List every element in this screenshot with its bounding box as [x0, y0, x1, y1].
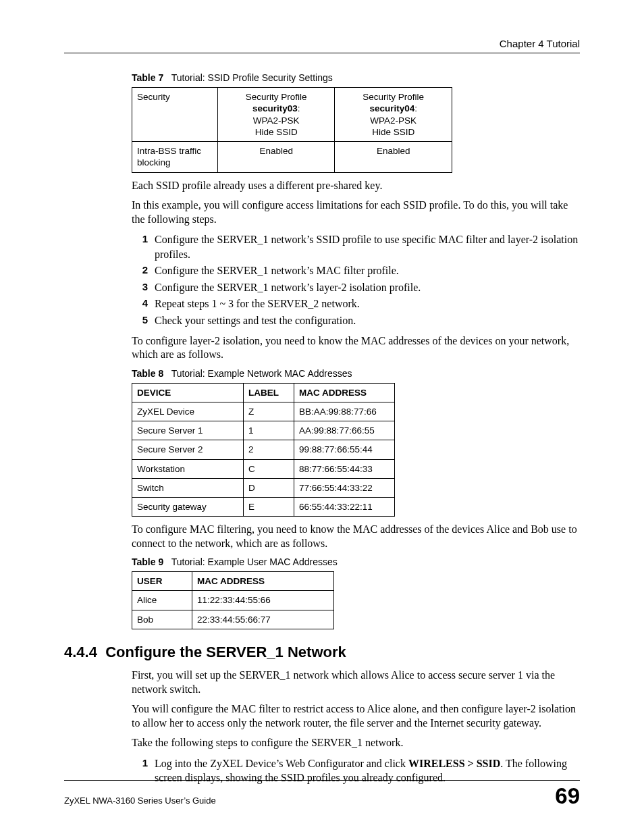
- col-header: LABEL: [244, 383, 294, 402]
- paragraph: In this example, you will configure acce…: [132, 199, 580, 226]
- table8-caption-title: Tutorial: Example Network MAC Addresses: [171, 368, 352, 379]
- paragraph: To configure layer-2 isolation, you need…: [132, 334, 580, 362]
- list-item: 1Configure the SERVER_1 network’s SSID p…: [132, 232, 580, 261]
- table8-caption-label: Table 8: [132, 368, 163, 379]
- steps-list-1: 1Configure the SERVER_1 network’s SSID p…: [132, 232, 580, 328]
- header-rule: [64, 53, 580, 53]
- table9-caption: Table 9 Tutorial: Example User MAC Addre…: [132, 556, 580, 569]
- table-row: ZyXEL DeviceZBB:AA:99:88:77:66: [132, 402, 395, 421]
- table-row: WorkstationC88:77:66:55:44:33: [132, 459, 395, 478]
- section-heading: 4.4.4 Configure the SERVER_1 Network: [64, 643, 580, 662]
- chapter-header: Chapter 4 Tutorial: [64, 37, 580, 50]
- cell: Enabled: [335, 142, 452, 173]
- page-number: 69: [555, 785, 580, 807]
- section-title: Configure the SERVER_1 Network: [105, 644, 346, 660]
- cell: Enabled: [217, 142, 335, 173]
- table-row: Secure Server 11AA:99:88:77:66:55: [132, 421, 395, 440]
- cell: Intra-BSS traffic blocking: [132, 142, 218, 173]
- table9-caption-label: Table 9: [132, 556, 163, 567]
- table-row: Alice11:22:33:44:55:66: [132, 591, 334, 610]
- table8-caption: Table 8 Tutorial: Example Network MAC Ad…: [132, 368, 580, 380]
- paragraph: First, you will set up the SERVER_1 netw…: [132, 669, 580, 696]
- paragraph: Each SSID profile already uses a differe…: [132, 179, 580, 192]
- col-header: USER: [132, 572, 192, 591]
- cell: Security Profile security03: WPA2-PSK Hi…: [217, 88, 335, 142]
- list-item: 5Check your settings and test the config…: [132, 313, 580, 328]
- list-item: 4Repeat steps 1 ~ 3 for the SERVER_2 net…: [132, 296, 580, 311]
- cell: Security Profile security04: WPA2-PSK Hi…: [335, 88, 452, 142]
- table8: DEVICE LABEL MAC ADDRESS ZyXEL DeviceZBB…: [132, 383, 395, 517]
- paragraph: To configure MAC filtering, you need to …: [132, 523, 580, 550]
- table-row: USER MAC ADDRESS: [132, 572, 334, 591]
- guide-title: ZyXEL NWA-3160 Series User’s Guide: [64, 796, 216, 807]
- list-item: 2Configure the SERVER_1 network’s MAC fi…: [132, 263, 580, 278]
- table7-caption-label: Table 7: [132, 72, 163, 83]
- table-row: Bob22:33:44:55:66:77: [132, 610, 334, 629]
- page-footer: ZyXEL NWA-3160 Series User’s Guide 69: [64, 780, 580, 807]
- table-row: SwitchD77:66:55:44:33:22: [132, 478, 395, 497]
- cell: Security: [132, 88, 218, 142]
- table-row: Secure Server 2299:88:77:66:55:44: [132, 440, 395, 459]
- section-number: 4.4.4: [64, 644, 97, 660]
- paragraph: You will configure the MAC filter to res…: [132, 702, 580, 730]
- section-content: First, you will set up the SERVER_1 netw…: [132, 669, 580, 785]
- table-row: DEVICE LABEL MAC ADDRESS: [132, 383, 395, 402]
- table7-caption: Table 7 Tutorial: SSID Profile Security …: [132, 72, 580, 84]
- col-header: MAC ADDRESS: [192, 572, 334, 591]
- table7-caption-title: Tutorial: SSID Profile Security Settings: [171, 72, 333, 83]
- list-item: 3Configure the SERVER_1 network’s layer-…: [132, 280, 580, 295]
- table-row: Security gatewayE66:55:44:33:22:11: [132, 498, 395, 517]
- col-header: MAC ADDRESS: [294, 383, 395, 402]
- col-header: DEVICE: [132, 383, 244, 402]
- paragraph: Take the following steps to configure th…: [132, 736, 580, 750]
- table9-caption-title: Tutorial: Example User MAC Addresses: [171, 556, 338, 567]
- table-row: Security Security Profile security03: WP…: [132, 88, 452, 142]
- table-row: Intra-BSS traffic blocking Enabled Enabl…: [132, 142, 452, 173]
- page-content: Table 7 Tutorial: SSID Profile Security …: [132, 72, 580, 629]
- table7: Security Security Profile security03: WP…: [132, 87, 452, 173]
- table9: USER MAC ADDRESS Alice11:22:33:44:55:66 …: [132, 571, 334, 629]
- footer-rule: [64, 780, 580, 781]
